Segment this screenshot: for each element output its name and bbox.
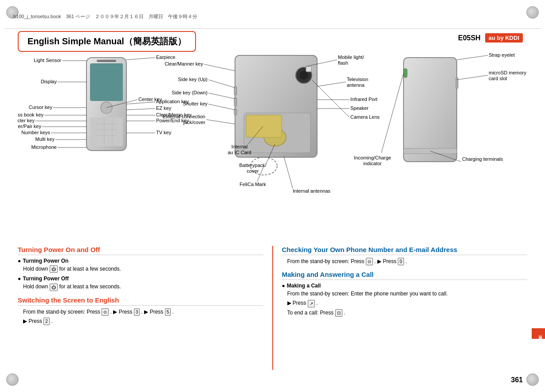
svg-rect-14 — [234, 86, 237, 95]
svg-line-92 — [457, 75, 488, 80]
svg-line-57 — [204, 64, 235, 71]
svg-line-83 — [266, 144, 275, 164]
switching-screen-title: Switching the Screen to English — [18, 296, 263, 306]
svg-text:Incoming/Charge: Incoming/Charge — [354, 155, 391, 160]
svg-line-68 — [306, 60, 337, 66]
svg-text:antenna: antenna — [347, 82, 365, 88]
svg-text:Charging terminals: Charging terminals — [462, 156, 503, 162]
svg-text:Clear/Manner key: Clear/Manner key — [165, 61, 203, 66]
check-key2: 0 — [398, 258, 404, 265]
switch-key1: ⊙ — [102, 308, 109, 316]
svg-point-3 — [101, 102, 112, 113]
svg-point-18 — [264, 128, 286, 146]
making-answering-title: Making and Answering a Call — [282, 271, 528, 280]
page-number: 361 — [511, 376, 523, 384]
svg-text:Answer/Pair key: Answer/Pair key — [18, 124, 41, 129]
svg-line-78 — [312, 80, 349, 117]
au-logo: au by KDDI — [485, 33, 523, 43]
svg-rect-17 — [244, 113, 310, 153]
svg-line-49 — [126, 109, 155, 110]
svg-text:cover: cover — [247, 168, 259, 174]
power-on-text: Hold down ⏻ for at least a few seconds. — [23, 265, 263, 273]
svg-text:FeliCa Mark: FeliCa Mark — [239, 182, 266, 187]
svg-line-59 — [208, 80, 235, 88]
svg-point-12 — [299, 71, 308, 80]
corner-decoration-bl — [6, 373, 19, 386]
svg-text:Side key (Down): Side key (Down) — [172, 90, 208, 95]
svg-rect-1 — [90, 63, 123, 101]
checking-phone-text: From the stand-by screen: Press ⊙ . ▶ Pr… — [287, 257, 528, 265]
power-key-icon: ⏻ — [50, 265, 58, 273]
switch-key5: 2 — [43, 318, 50, 325]
svg-rect-16 — [234, 109, 237, 115]
svg-text:microSD memory: microSD memory — [489, 70, 526, 75]
svg-line-86 — [257, 166, 264, 182]
svg-text:Mobile light/: Mobile light/ — [338, 54, 365, 60]
svg-text:au IC Card: au IC Card — [227, 150, 251, 155]
page-header: b100_j_torisetsu.book 361 ページ ２００９年２月１６日… — [4, 4, 541, 29]
svg-text:Microphone: Microphone — [31, 144, 57, 150]
page-title-box: English Simple Manual（簡易英語版） — [18, 31, 196, 52]
svg-text:jack/cover: jack/cover — [183, 120, 205, 125]
svg-line-95 — [430, 151, 461, 162]
svg-text:EZ key: EZ key — [156, 105, 172, 111]
power-off-title: Turning Power Off — [18, 276, 263, 282]
content-area: Turning Power On and Off Turning Power O… — [18, 246, 527, 370]
svg-text:card slot: card slot — [489, 76, 507, 81]
svg-text:Shutter key: Shutter key — [183, 101, 208, 106]
svg-rect-24 — [404, 69, 407, 78]
svg-rect-19 — [246, 115, 282, 137]
svg-line-45 — [126, 58, 155, 60]
svg-text:Mail/Character key: Mail/Character key — [18, 118, 35, 123]
svg-line-90 — [457, 55, 488, 60]
checking-phone-title: Checking Your Own Phone Number and E-mai… — [282, 246, 528, 255]
making-call-text1: From the stand-by screen: Enter the phon… — [287, 290, 528, 298]
svg-rect-21 — [404, 58, 457, 162]
svg-rect-10 — [235, 55, 317, 157]
svg-line-29 — [106, 100, 137, 108]
svg-rect-22 — [456, 78, 458, 89]
svg-text:Center key: Center key — [138, 97, 162, 102]
svg-rect-0 — [86, 58, 126, 151]
svg-line-71 — [317, 82, 346, 86]
svg-text:indicator: indicator — [363, 161, 382, 166]
svg-line-47 — [126, 102, 155, 104]
model-number: E05SH — [458, 34, 481, 42]
svg-rect-15 — [234, 97, 237, 106]
power-off-key-icon: ⏻ — [50, 283, 58, 291]
making-call-text2: ▶ Press ↗ . — [287, 299, 528, 307]
svg-text:TV key: TV key — [156, 130, 172, 135]
svg-text:Internal: Internal — [231, 144, 248, 149]
side-tab: 簡 易 英 語 — [532, 328, 545, 339]
check-key1: ⊙ — [366, 258, 373, 265]
svg-text:Side key (Up): Side key (Up) — [178, 77, 208, 82]
power-on-title: Turning Power On — [18, 258, 263, 264]
svg-line-61 — [208, 93, 235, 99]
turning-power-title: Turning Power On and Off — [18, 246, 263, 255]
switch-key3: 5 — [165, 308, 171, 316]
svg-line-97 — [381, 73, 404, 153]
svg-rect-2 — [97, 60, 116, 62]
svg-rect-4 — [90, 117, 123, 146]
making-call-text3: To end a call: Press ⊡ . — [287, 309, 528, 317]
power-off-text: Hold down ⏻ for at least a few seconds. — [23, 283, 263, 291]
making-call-title: Making a Call — [282, 283, 528, 289]
svg-text:Television: Television — [347, 77, 368, 82]
left-column: Turning Power On and Off Turning Power O… — [18, 246, 273, 370]
svg-text:Batterypack/: Batterypack/ — [239, 163, 267, 168]
svg-rect-13 — [306, 66, 311, 72]
svg-text:Number keys: Number keys — [21, 130, 50, 135]
svg-text:Earpiece: Earpiece — [156, 54, 175, 60]
end-call-key: ⊡ — [335, 309, 342, 317]
svg-text:Clear/Memo key: Clear/Memo key — [156, 112, 192, 117]
svg-text:Light Sensor: Light Sensor — [34, 58, 61, 63]
svg-point-20 — [251, 157, 277, 175]
svg-line-88 — [284, 156, 293, 188]
svg-text:flash: flash — [338, 60, 348, 66]
svg-line-63 — [208, 104, 235, 110]
svg-text:Camera Lens: Camera Lens — [350, 114, 380, 120]
right-column: Checking Your Own Phone Number and E-mai… — [273, 246, 528, 370]
svg-line-80 — [248, 126, 263, 144]
diagram-area: Light Sensor Display Center key Cursor k… — [18, 51, 527, 241]
svg-text:Infrared Port: Infrared Port — [350, 97, 377, 102]
